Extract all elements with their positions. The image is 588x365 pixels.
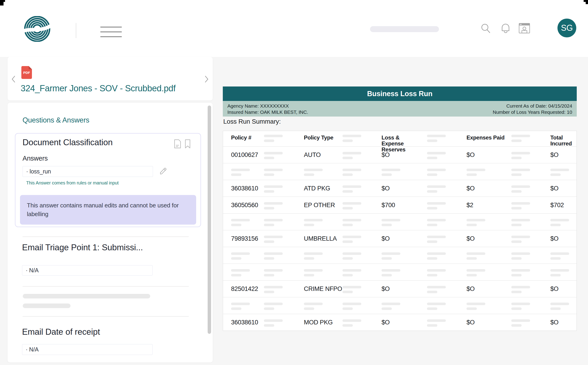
cell-policy-number: 00100627 xyxy=(231,147,264,163)
cell-policy-number: 82501422 xyxy=(231,281,264,297)
cell-policy-type: CRIME NFPO xyxy=(304,281,342,297)
cell-total-incurred: $O xyxy=(550,147,576,163)
table-row: 36038610 ATD PKG $O $O $O xyxy=(223,180,576,197)
spiral-s-logo-icon xyxy=(23,16,51,42)
questions-answers-panel: Questions & Answers Document Classificat… xyxy=(7,103,213,363)
meta-right: Current As of Date: 04/15/2024 Number of… xyxy=(493,103,572,117)
section-divider xyxy=(22,286,189,287)
panel-scrollbar[interactable] xyxy=(208,105,211,334)
table-row: 36050560 EP OTHER $700 $2 $702 xyxy=(223,197,576,213)
table-row-skeleton xyxy=(223,247,576,264)
cell-total-incurred: $702 xyxy=(550,197,576,213)
table-row: 36038610 MOD PKG $O $O $O xyxy=(223,314,576,330)
loss-run-table: Policy # Policy Type Loss & Expense Rese… xyxy=(223,131,577,331)
document-title: Business Loss Run xyxy=(367,90,432,98)
table-row-skeleton xyxy=(223,264,576,280)
section-divider xyxy=(22,236,189,237)
cell-policy-type: UMBRELLA xyxy=(304,230,342,247)
notifications-bell-icon[interactable] xyxy=(500,22,511,36)
insured-name: Insured Name: OAK MILK BEST, INC. xyxy=(227,109,308,115)
cell-reserves: $700 xyxy=(382,197,427,213)
previous-file-button[interactable] xyxy=(11,75,16,84)
menu-button[interactable] xyxy=(100,27,122,38)
header-skeleton-pill xyxy=(370,26,439,32)
table-row-skeleton xyxy=(223,163,576,180)
cell-policy-number: 79893156 xyxy=(231,230,264,247)
cell-skeleton xyxy=(427,147,466,163)
avatar-initials: SG xyxy=(561,23,573,33)
cell-policy-number: 36038610 xyxy=(231,180,264,197)
cell-policy-type: AUTO xyxy=(304,147,342,163)
cell-skeleton xyxy=(342,147,382,163)
cell-total-incurred: $O xyxy=(550,180,576,197)
edit-pencil-icon[interactable] xyxy=(160,168,167,176)
cell-policy-number: 36038610 xyxy=(231,314,264,330)
cell-reserves: $O xyxy=(382,314,427,330)
cell-total-incurred: $O xyxy=(550,314,576,330)
file-header-card xyxy=(7,57,213,100)
bookmark-icon[interactable] xyxy=(184,139,191,150)
cell-policy-type: EP OTHER xyxy=(304,197,342,213)
answers-label: Answers xyxy=(22,155,48,162)
cell-reserves: $O xyxy=(382,281,427,297)
cell-expenses-paid: $2 xyxy=(466,197,511,213)
agency-name: Agency Name: XXXXXXXXX xyxy=(227,103,308,109)
loss-years-requested: Number of Loss Years Requested: 10 xyxy=(493,109,572,115)
session-window-user-icon[interactable] xyxy=(519,23,530,35)
question-title: Email Triage Point 1: Submissi... xyxy=(22,243,143,252)
cell-policy-number: 36050560 xyxy=(231,197,264,213)
email-date-answer-input[interactable] xyxy=(22,344,152,355)
qa-section-title: Questions & Answers xyxy=(22,116,89,124)
cell-reserves: $O xyxy=(382,230,427,247)
user-avatar[interactable]: SG xyxy=(558,19,576,37)
meta-left: Agency Name: XXXXXXXXX Insured Name: OAK… xyxy=(227,103,308,117)
header-divider xyxy=(76,23,76,38)
document-classification-card: Document Classification Answers xyxy=(15,133,201,227)
loss-run-summary-label: Loss Run Summary: xyxy=(223,118,281,125)
table-header-row: Policy # Policy Type Loss & Expense Rese… xyxy=(223,131,576,146)
cell-expenses-paid: $O xyxy=(466,230,511,247)
cell-total-incurred: $O xyxy=(550,230,576,247)
section-divider xyxy=(22,316,189,317)
table-row-skeleton xyxy=(223,297,576,314)
cell-expenses-paid: $O xyxy=(466,281,511,297)
cell-expenses-paid: $O xyxy=(466,180,511,197)
table-row-skeleton xyxy=(223,213,576,230)
app-screen: SG PDF 324_Farmer Jones - SOV - Scrubbed… xyxy=(0,0,588,365)
loading-skeleton-bar xyxy=(23,303,71,308)
cell-skeleton xyxy=(264,147,304,163)
current-as-of-date: Current As of Date: 04/15/2024 xyxy=(493,103,572,109)
cell-reserves: $O xyxy=(382,147,427,163)
document-title-bar: Business Loss Run xyxy=(223,86,577,101)
search-icon[interactable] xyxy=(480,23,492,35)
file-title[interactable]: 324_Farmer Jones - SOV - Scrubbed.pdf xyxy=(21,84,207,93)
answer-source-note: This Answer comes from rules or manual i… xyxy=(26,180,118,186)
next-file-button[interactable] xyxy=(204,75,209,84)
cell-total-incurred: $O xyxy=(550,281,576,297)
loading-skeleton-bar xyxy=(23,294,150,298)
email-triage-answer-input[interactable] xyxy=(22,265,152,275)
question-title: Document Classification xyxy=(22,138,113,147)
cell-skeleton xyxy=(511,147,550,163)
table-row: 00100627 AUTO $O $O $O xyxy=(223,146,576,163)
top-navigation-bar: SG xyxy=(0,0,588,57)
document-meta-bar: Agency Name: XXXXXXXXX Insured Name: OAK… xyxy=(223,101,577,117)
cell-policy-type: MOD PKG xyxy=(304,314,342,330)
document-copy-icon[interactable] xyxy=(174,139,181,150)
cell-reserves: $O xyxy=(382,180,427,197)
manual-edit-warning: This answer contains manual edits and ca… xyxy=(20,195,196,225)
cell-expenses-paid: $O xyxy=(466,314,511,330)
classification-answer-input[interactable] xyxy=(22,166,153,177)
cell-expenses-paid: $O xyxy=(466,147,511,163)
brand-spiral-logo[interactable] xyxy=(23,16,51,43)
table-row: 82501422 CRIME NFPO $O $O $O xyxy=(223,280,576,297)
table-row: 79893156 UMBRELLA $O $O $O xyxy=(223,230,576,247)
question-title: Email Date of receipt xyxy=(22,327,100,337)
pdf-badge-label: PDF xyxy=(23,71,30,75)
cell-policy-type: ATD PKG xyxy=(304,180,342,197)
